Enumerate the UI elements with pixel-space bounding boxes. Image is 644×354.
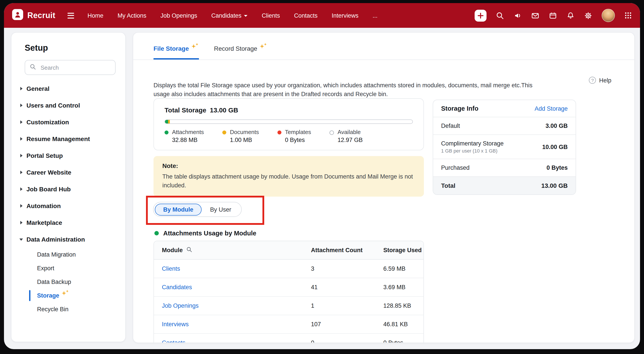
chevron-down-icon [244, 15, 248, 17]
sidebar-search[interactable] [25, 60, 116, 75]
module-link-clients[interactable]: Clients [162, 265, 180, 272]
expand-icon [20, 187, 22, 191]
legend-documents: Documents 1.00 MB [222, 129, 259, 143]
attachments-bar-segment [165, 120, 168, 123]
total-storage-label: Total Storage [164, 106, 206, 114]
tab-file-storage[interactable]: File Storage [154, 33, 199, 59]
note-body: The table displays attachment usage by m… [162, 172, 415, 190]
storage-info-panel: Storage Info Add Storage Default 3.00 GB… [433, 100, 576, 195]
expand-icon [20, 204, 22, 208]
table-row: Candidates 41 3.69 MB [154, 278, 424, 297]
nav-item-candidates[interactable]: Candidates [211, 12, 248, 19]
view-toggle: By Module By User [153, 202, 242, 217]
user-avatar[interactable] [602, 9, 615, 22]
sidebar-item-storage[interactable]: Storage [12, 289, 125, 303]
sidebar-item-export[interactable]: Export [12, 261, 125, 275]
yellow-dot-icon [222, 130, 226, 134]
expand-icon [20, 171, 22, 174]
sidebar-item-career-website[interactable]: Career Website [12, 164, 125, 181]
storage-info-row-total: Total 13.00 GB [433, 177, 576, 194]
toggle-by-user[interactable]: By User [202, 203, 240, 215]
sidebar-item-recycle-bin[interactable]: Recycle Bin [12, 303, 125, 316]
help-button[interactable]: ? Help [589, 77, 611, 84]
sidebar-item-automation[interactable]: Automation [12, 198, 125, 214]
expand-icon [20, 154, 22, 157]
red-dot-icon [278, 130, 282, 134]
nav-item-home[interactable]: Home [88, 12, 104, 19]
expand-icon [20, 137, 22, 141]
search-input[interactable] [40, 64, 111, 71]
storage-info-row-purchased: Purchased 0 Bytes [433, 159, 576, 177]
table-row: Interviews 107 46.81 KB [154, 315, 424, 334]
attachments-usage-section-header: Attachments Usage by Module [154, 230, 256, 237]
module-search-icon[interactable] [186, 246, 192, 254]
expand-icon [20, 221, 22, 224]
megaphone-icon[interactable] [514, 11, 522, 20]
toggle-by-module[interactable]: By Module [155, 203, 202, 215]
mail-icon[interactable] [531, 11, 540, 20]
recruit-logo-icon [12, 9, 24, 22]
sidebar-item-portal-setup[interactable]: Portal Setup [12, 147, 125, 164]
legend-templates: Templates 0 Bytes [278, 129, 311, 143]
sidebar-item-data-migration[interactable]: Data Migration [12, 248, 125, 261]
nav-item-clients[interactable]: Clients [262, 12, 280, 19]
storage-legend: Attachments 32.88 MB Documents 1.00 MB T… [164, 129, 413, 143]
table-header-row: Module Attachment Count Storage Used [154, 241, 424, 260]
module-link-contacts[interactable]: Contacts [162, 340, 186, 343]
add-storage-link[interactable]: Add Storage [534, 105, 568, 112]
calendar-icon[interactable] [549, 11, 557, 20]
sidebar-item-general[interactable]: General [12, 80, 125, 97]
expand-icon [20, 120, 22, 124]
total-storage-card: Total Storage 13.00 GB Attachments 32.88… [154, 98, 424, 150]
sidebar-item-marketplace[interactable]: Marketplace [12, 214, 125, 231]
storage-info-row-default: Default 3.00 GB [433, 117, 576, 135]
apps-grid-icon[interactable] [624, 11, 632, 19]
hollow-dot-icon [330, 130, 334, 135]
sidebar-item-resume-management[interactable]: Resume Management [12, 130, 125, 147]
plus-icon[interactable] [474, 9, 486, 21]
nav-item-interviews[interactable]: Interviews [332, 12, 358, 19]
data-administration-children: Data Migration Export Data Backup Storag… [12, 248, 125, 316]
table-row: Clients 3 6.59 MB [154, 260, 424, 278]
nav-item-job-openings[interactable]: Job Openings [160, 12, 197, 19]
screen: Recruit Home My Actions Job Openings Can… [0, 0, 644, 354]
gear-icon[interactable] [584, 11, 592, 20]
documents-bar-segment [168, 120, 170, 123]
sidebar-item-job-board-hub[interactable]: Job Board Hub [12, 181, 125, 198]
sidebar-item-customization[interactable]: Customization [12, 114, 125, 130]
nav-item-my-actions[interactable]: My Actions [118, 12, 146, 19]
storage-info-title: Storage Info [441, 105, 478, 112]
table-row: Job Openings 1 128.85 KB [154, 297, 424, 315]
storage-main-panel: File Storage Record Storage Displays the… [133, 32, 635, 343]
storage-usage-bar [164, 119, 413, 124]
sidebar-item-data-backup[interactable]: Data Backup [12, 275, 125, 289]
storage-tabbar: File Storage Record Storage [133, 33, 634, 60]
expand-icon [20, 87, 22, 90]
expand-icon [20, 104, 22, 107]
nav-item-contacts[interactable]: Contacts [294, 12, 318, 19]
brand[interactable]: Recruit [12, 9, 55, 22]
menu-icon[interactable] [68, 12, 74, 18]
search-icon[interactable] [496, 11, 504, 20]
sidebar-item-data-administration[interactable]: Data Administration [12, 231, 125, 248]
attachments-usage-table: Module Attachment Count Storage Used Cli… [154, 241, 424, 343]
help-icon: ? [589, 77, 596, 84]
search-icon [30, 63, 36, 72]
table-row: Contacts 0 0 Bytes [154, 334, 424, 343]
legend-attachments: Attachments 32.88 MB [164, 129, 204, 143]
module-link-interviews[interactable]: Interviews [162, 321, 189, 328]
sparkles-icon [192, 42, 199, 49]
sidebar-item-users-and-control[interactable]: Users and Control [12, 97, 125, 114]
nav-item-more[interactable]: ... [372, 12, 378, 19]
module-link-candidates[interactable]: Candidates [162, 284, 192, 291]
navbar-actions [474, 9, 632, 22]
module-link-job-openings[interactable]: Job Openings [162, 303, 199, 309]
sparkles-icon [62, 290, 70, 296]
setup-sidebar: Setup General Users and Control Customiz… [11, 32, 126, 342]
file-storage-description: Displays the total File Storage space us… [154, 81, 542, 99]
main-nav: Home My Actions Job Openings Candidates … [88, 12, 378, 19]
legend-available: Available 12.97 GB [330, 129, 363, 143]
tab-record-storage[interactable]: Record Storage [214, 33, 267, 59]
storage-info-row-complimentary: Complimentary Storage 1 GB per user (10 … [433, 135, 576, 159]
bell-icon[interactable] [566, 11, 575, 20]
